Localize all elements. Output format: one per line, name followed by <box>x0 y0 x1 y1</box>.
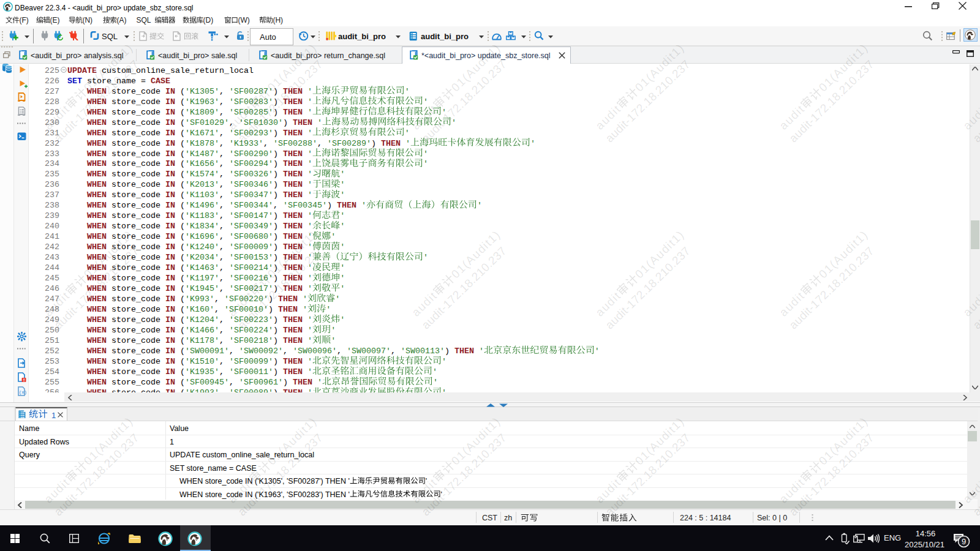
svg-text:9: 9 <box>962 537 966 546</box>
